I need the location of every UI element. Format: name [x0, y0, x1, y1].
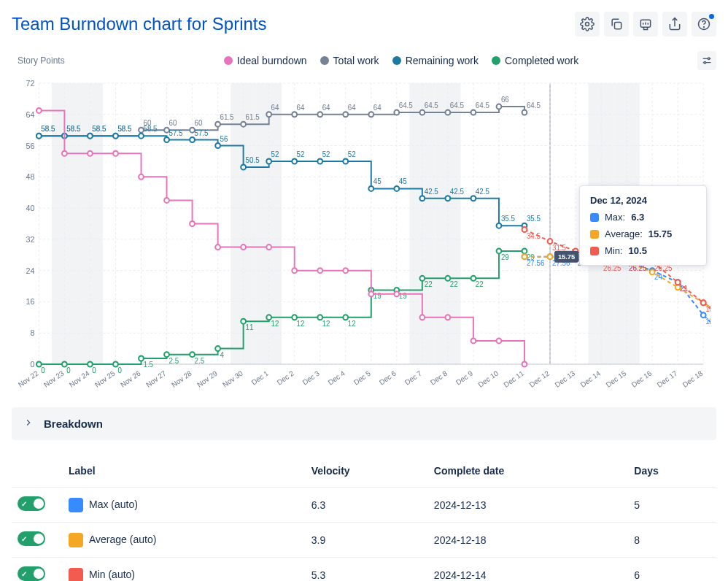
- svg-text:15.75: 15.75: [558, 253, 575, 261]
- svg-point-107: [241, 122, 246, 127]
- svg-text:64: 64: [271, 104, 279, 112]
- toolbar: [575, 12, 716, 36]
- svg-text:12: 12: [348, 320, 356, 328]
- svg-text:Dec 1: Dec 1: [250, 369, 271, 386]
- svg-point-219: [241, 245, 246, 250]
- settings-icon[interactable]: [575, 12, 600, 36]
- svg-point-109: [266, 112, 271, 117]
- svg-point-251: [522, 254, 527, 259]
- svg-point-123: [445, 110, 450, 115]
- svg-text:58.5: 58.5: [117, 125, 132, 133]
- svg-text:Dec 12: Dec 12: [528, 369, 551, 389]
- svg-text:50.5: 50.5: [246, 156, 260, 164]
- svg-point-143: [190, 137, 195, 142]
- series-toggle[interactable]: [18, 566, 45, 581]
- svg-text:56: 56: [26, 141, 35, 150]
- svg-point-121: [419, 110, 425, 115]
- svg-text:Dec 3: Dec 3: [301, 369, 322, 386]
- svg-text:Dec 18: Dec 18: [681, 369, 705, 389]
- svg-point-157: [368, 186, 373, 191]
- svg-point-105: [215, 122, 220, 127]
- svg-point-216: [164, 198, 169, 203]
- svg-point-215: [139, 174, 144, 180]
- chart-filter-icon[interactable]: [697, 51, 716, 70]
- svg-point-115: [343, 112, 348, 117]
- svg-text:12: 12: [271, 320, 279, 328]
- svg-text:64: 64: [348, 104, 356, 112]
- series-toggle[interactable]: [18, 531, 45, 546]
- svg-text:15.75: 15.75: [705, 305, 710, 313]
- svg-text:42.5: 42.5: [425, 188, 439, 196]
- svg-point-129: [522, 110, 527, 115]
- svg-point-222: [317, 268, 322, 273]
- svg-text:64.5: 64.5: [476, 101, 490, 109]
- col-velocity: Velocity: [306, 458, 428, 488]
- svg-point-153: [317, 158, 322, 163]
- svg-point-224: [368, 291, 373, 296]
- svg-text:58.5: 58.5: [143, 125, 158, 133]
- breakdown-title: Breakdown: [44, 418, 103, 430]
- chart-legend: Ideal burndown Total work Remaining work…: [105, 55, 697, 66]
- svg-text:60: 60: [195, 119, 203, 127]
- svg-text:Dec 6: Dec 6: [378, 369, 398, 386]
- table-row: Min (auto) 5.32024-12-146: [12, 558, 716, 582]
- svg-point-113: [317, 112, 322, 117]
- copy-icon[interactable]: [604, 12, 629, 36]
- svg-point-149: [266, 158, 271, 163]
- svg-text:Dec 2: Dec 2: [276, 369, 295, 387]
- svg-point-135: [88, 134, 93, 139]
- tooltip-date: Dec 12, 2024: [590, 195, 696, 206]
- svg-text:Nov 24: Nov 24: [68, 369, 91, 389]
- svg-text:61.5: 61.5: [246, 113, 260, 121]
- page-title: Team Burndown chart for Sprints: [12, 14, 267, 34]
- series-swatch: [69, 498, 83, 512]
- share-icon[interactable]: [662, 12, 687, 36]
- svg-rect-1: [615, 23, 621, 29]
- svg-text:Dec 10: Dec 10: [476, 369, 500, 389]
- svg-text:27.56: 27.56: [527, 259, 545, 267]
- svg-text:64: 64: [322, 104, 330, 112]
- svg-text:Nov 27: Nov 27: [144, 369, 168, 389]
- burndown-chart[interactable]: 081624324048566472Nov 22Nov 23Nov 24Nov …: [18, 76, 710, 397]
- svg-text:72: 72: [26, 79, 35, 88]
- svg-point-139: [139, 134, 144, 139]
- svg-text:4: 4: [220, 351, 225, 359]
- legend-item-total[interactable]: Total work: [320, 55, 379, 66]
- svg-text:11: 11: [246, 323, 254, 331]
- help-icon[interactable]: [692, 12, 716, 36]
- y-axis-label: Story Points: [18, 55, 105, 66]
- svg-point-119: [394, 110, 399, 115]
- svg-text:Dec 15: Dec 15: [605, 369, 628, 389]
- chart-tooltip: Dec 12, 2024 Max: 6.3 Average: 15.75 Min…: [579, 185, 707, 266]
- legend-item-completed[interactable]: Completed work: [492, 55, 578, 66]
- svg-point-111: [292, 112, 297, 117]
- svg-text:8: 8: [31, 328, 35, 337]
- breakdown-accordion[interactable]: Breakdown: [12, 407, 716, 440]
- svg-point-217: [190, 221, 195, 226]
- legend-item-ideal[interactable]: Ideal burndown: [224, 55, 307, 66]
- svg-text:40: 40: [26, 204, 35, 212]
- svg-text:52: 52: [297, 150, 305, 158]
- svg-text:2.5: 2.5: [195, 357, 205, 365]
- svg-point-141: [164, 137, 169, 142]
- svg-text:52: 52: [271, 150, 279, 158]
- svg-point-145: [215, 143, 220, 148]
- legend-item-remaining[interactable]: Remaining work: [392, 55, 479, 66]
- svg-text:66: 66: [501, 96, 509, 104]
- svg-text:0: 0: [92, 366, 96, 374]
- svg-text:64: 64: [26, 110, 35, 119]
- series-toggle[interactable]: [18, 496, 45, 511]
- svg-text:Nov 22: Nov 22: [18, 369, 40, 389]
- svg-text:34.5: 34.5: [527, 231, 541, 239]
- svg-text:Dec 4: Dec 4: [327, 369, 347, 386]
- svg-text:12: 12: [322, 320, 330, 328]
- svg-point-125: [471, 110, 476, 115]
- svg-point-218: [215, 245, 220, 250]
- svg-point-5: [708, 58, 710, 60]
- svg-text:0: 0: [41, 366, 45, 374]
- svg-text:58.5: 58.5: [66, 125, 81, 133]
- svg-point-214: [113, 151, 118, 156]
- support-icon[interactable]: [633, 12, 658, 36]
- svg-text:Dec 14: Dec 14: [579, 369, 603, 389]
- svg-point-211: [36, 108, 42, 113]
